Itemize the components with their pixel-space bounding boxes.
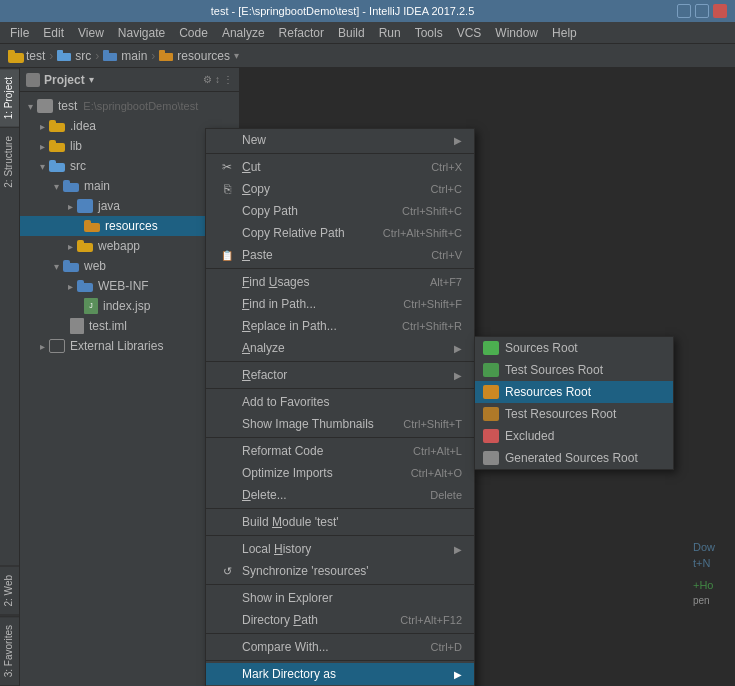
menu-run[interactable]: Run (373, 24, 407, 42)
menu-refactor[interactable]: Refactor (273, 24, 330, 42)
generated-sources-root-icon (483, 451, 499, 465)
paste-icon: 📋 (218, 250, 236, 261)
ctx-paste-label: Paste (242, 248, 425, 262)
ctx-synchronize[interactable]: ↺ Synchronize 'resources' (206, 560, 474, 582)
ctx-find-usages[interactable]: Find Usages Alt+F7 (206, 271, 474, 293)
side-tab-structure[interactable]: 2: Structure (0, 127, 19, 196)
ctx-sync-icon: ↺ (218, 565, 236, 578)
ctx-local-history[interactable]: Local History ▶ (206, 538, 474, 560)
ctx-build-module[interactable]: Build Module 'test' (206, 511, 474, 533)
sync-tool-icon[interactable]: ⚙ (203, 74, 212, 85)
ctx-dir-path[interactable]: Directory Path Ctrl+Alt+F12 (206, 609, 474, 631)
ctx-cut-label: Cut (242, 160, 425, 174)
side-tab-project[interactable]: 1: Project (0, 68, 19, 127)
ctx-compare-with[interactable]: Compare With... Ctrl+D (206, 636, 474, 658)
ctx-copy-path-label: Copy Path (242, 204, 396, 218)
menu-build[interactable]: Build (332, 24, 371, 42)
menu-window[interactable]: Window (489, 24, 544, 42)
folder-webinf-icon (77, 280, 93, 292)
ctx-sep-1 (206, 153, 474, 154)
ctx-find-in-path[interactable]: Find in Path... Ctrl+Shift+F (206, 293, 474, 315)
file-jsp-icon: J (84, 298, 98, 314)
expand-idea-icon (40, 119, 47, 133)
expand-src-icon (40, 159, 47, 173)
ctx-analyze[interactable]: Analyze ▶ (206, 337, 474, 359)
ctx-show-explorer[interactable]: Show in Explorer (206, 587, 474, 609)
breadcrumb-main[interactable]: main (121, 49, 147, 63)
tree-label-extlibs: External Libraries (70, 339, 163, 353)
ctx-refactor[interactable]: Refactor ▶ (206, 364, 474, 386)
ctx-copy-rel-path[interactable]: Copy Relative Path Ctrl+Alt+Shift+C (206, 222, 474, 244)
folder-java-icon (77, 199, 93, 213)
ctx-find-in-path-shortcut: Ctrl+Shift+F (403, 298, 462, 310)
menu-file[interactable]: File (4, 24, 35, 42)
menu-code[interactable]: Code (173, 24, 214, 42)
submenu-test-sources-root[interactable]: Test Sources Root (475, 359, 673, 381)
main-area: 1: Project 2: Structure 2: Web 3: Favori… (0, 68, 735, 686)
ctx-reformat[interactable]: Reformat Code Ctrl+Alt+L (206, 440, 474, 462)
breadcrumb-resources[interactable]: resources (177, 49, 230, 63)
tree-item-test[interactable]: test E:\springbootDemo\test (20, 96, 239, 116)
ctx-mark-dir[interactable]: Mark Directory as ▶ (206, 663, 474, 685)
side-tab-web[interactable]: 2: Web (0, 566, 19, 616)
ctx-cut-shortcut: Ctrl+X (431, 161, 462, 173)
minimize-button[interactable] (677, 4, 691, 18)
ctx-refactor-label: Refactor (242, 368, 448, 382)
menu-navigate[interactable]: Navigate (112, 24, 171, 42)
ctx-optimize-shortcut: Ctrl+Alt+O (411, 467, 462, 479)
side-tab-favorites[interactable]: 3: Favorites (0, 616, 19, 686)
breadcrumb-dropdown[interactable]: ▾ (234, 50, 239, 61)
ctx-cut[interactable]: ✂ Cut Ctrl+X (206, 156, 474, 178)
ctx-reformat-label: Reformat Code (242, 444, 407, 458)
ctx-sep-6 (206, 508, 474, 509)
ctx-delete[interactable]: Delete... Delete (206, 484, 474, 506)
ctx-paste[interactable]: 📋 Paste Ctrl+V (206, 244, 474, 266)
menu-analyze[interactable]: Analyze (216, 24, 271, 42)
collapse-all-icon[interactable]: ⋮ (223, 74, 233, 85)
panel-dropdown-arrow[interactable]: ▾ (89, 74, 94, 85)
breadcrumb-test[interactable]: test (26, 49, 45, 63)
menu-vcs[interactable]: VCS (451, 24, 488, 42)
ctx-thumbnails-label: Show Image Thumbnails (242, 417, 397, 431)
project-icon-test (37, 99, 53, 113)
ctx-optimize-imports[interactable]: Optimize Imports Ctrl+Alt+O (206, 462, 474, 484)
ctx-local-history-label: Local History (242, 542, 448, 556)
file-iml-icon (70, 318, 84, 334)
ctx-sep-8 (206, 584, 474, 585)
ctx-sep-7 (206, 535, 474, 536)
maximize-button[interactable] (695, 4, 709, 18)
submenu-generated-sources-root[interactable]: Generated Sources Root (475, 447, 673, 469)
expand-webinf-icon (68, 279, 75, 293)
menu-help[interactable]: Help (546, 24, 583, 42)
tree-label-main: main (84, 179, 110, 193)
tree-sublabel-test: E:\springbootDemo\test (83, 100, 198, 112)
submenu-excluded[interactable]: Excluded (475, 425, 673, 447)
window-controls (677, 4, 727, 18)
ctx-analyze-label: Analyze (242, 341, 448, 355)
menu-edit[interactable]: Edit (37, 24, 70, 42)
ctx-add-favorites-label: Add to Favorites (242, 395, 462, 409)
ctx-show-thumbnails[interactable]: Show Image Thumbnails Ctrl+Shift+T (206, 413, 474, 435)
breadcrumb-sep-2: › (95, 49, 99, 63)
context-menu: New ▶ ✂ Cut Ctrl+X ⎘ Copy Ctrl+C Copy Pa… (205, 128, 475, 686)
submenu-sources-root[interactable]: Sources Root (475, 337, 673, 359)
breadcrumb-bar: test › src › main › resources ▾ (0, 44, 735, 68)
ctx-add-favorites[interactable]: Add to Favorites (206, 391, 474, 413)
menu-tools[interactable]: Tools (409, 24, 449, 42)
ctx-optimize-label: Optimize Imports (242, 466, 405, 480)
ctx-sync-label: Synchronize 'resources' (242, 564, 462, 578)
submenu-resources-root[interactable]: Resources Root (475, 381, 673, 403)
ctx-copy-path[interactable]: Copy Path Ctrl+Shift+C (206, 200, 474, 222)
breadcrumb-test-icon (8, 50, 22, 61)
scroll-from-source-icon[interactable]: ↕ (215, 74, 220, 85)
ctx-analyze-arrow: ▶ (454, 343, 462, 354)
folder-web-icon (63, 260, 79, 272)
ctx-sep-3 (206, 361, 474, 362)
ctx-new[interactable]: New ▶ (206, 129, 474, 151)
close-button[interactable] (713, 4, 727, 18)
ctx-copy[interactable]: ⎘ Copy Ctrl+C (206, 178, 474, 200)
ctx-replace-in-path[interactable]: Replace in Path... Ctrl+Shift+R (206, 315, 474, 337)
breadcrumb-src[interactable]: src (75, 49, 91, 63)
submenu-test-resources-root[interactable]: Test Resources Root (475, 403, 673, 425)
menu-view[interactable]: View (72, 24, 110, 42)
